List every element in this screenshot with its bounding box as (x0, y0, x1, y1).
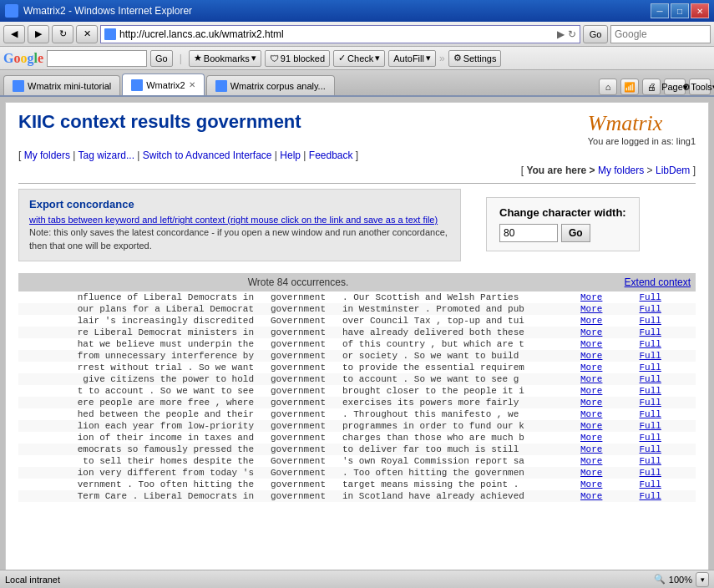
full-link[interactable]: Full (636, 338, 696, 350)
more-link[interactable]: More (578, 420, 636, 432)
table-row: t to account . So we want to seegovernme… (18, 385, 696, 397)
google-go-button[interactable]: Go (150, 50, 173, 67)
more-link[interactable]: More (578, 467, 636, 479)
google-search-bar (47, 50, 147, 67)
autofill-button[interactable]: AutoFill ▾ (388, 50, 436, 67)
export-desc2: Note: this only saves the latest concord… (29, 226, 450, 252)
more-link[interactable]: More (578, 291, 636, 303)
left-context: vernment . Too often hitting the (18, 479, 256, 490)
minimize-button[interactable]: ─ (651, 3, 669, 18)
full-link[interactable]: Full (636, 467, 696, 479)
table-row: vernment . Too often hitting thegovernme… (18, 479, 696, 490)
right-context: 's own Royal Commission report sa (340, 455, 578, 467)
export-link[interactable]: with tabs between keyword and left/right… (29, 215, 438, 225)
print-button[interactable]: 🖨 (642, 79, 661, 95)
bookmarks-button[interactable]: ★ Bookmarks ▾ (189, 50, 261, 67)
table-row: rrest without trial . So we wantgovernme… (18, 362, 696, 373)
table-row: re Liberal Democrat ministers ingovernme… (18, 327, 696, 338)
settings-button[interactable]: ⚙ Settings (448, 50, 502, 67)
tab-mini-tutorial[interactable]: Wmatrix mini-tutorial (3, 75, 120, 95)
zoom-level: 100% (669, 575, 692, 585)
more-link[interactable]: More (578, 432, 636, 444)
tools-button[interactable]: ⚙ Tools ▾ (689, 79, 711, 95)
go-run-button[interactable]: Go (561, 224, 590, 242)
more-link[interactable]: More (578, 315, 636, 327)
keyword-cell: government (256, 362, 340, 373)
more-link[interactable]: More (578, 397, 636, 408)
blocked-button[interactable]: 🛡 91 blocked (265, 50, 330, 67)
forward-button[interactable]: ▶ (28, 25, 49, 43)
right-context: to account . So we want to see g (340, 373, 578, 385)
full-link[interactable]: Full (636, 315, 696, 327)
tab-wmatrix2[interactable]: Wmatrix2 ✕ (122, 74, 204, 95)
more-link[interactable]: More (578, 350, 636, 362)
char-width-section: Change character width: Go (486, 197, 640, 251)
more-link[interactable]: More (578, 479, 636, 490)
divider (18, 183, 696, 184)
full-link[interactable]: Full (636, 291, 696, 303)
keyword-cell: government (256, 338, 340, 350)
keyword-cell: Government (256, 455, 340, 467)
full-link[interactable]: Full (636, 490, 696, 502)
url-input[interactable] (119, 28, 554, 40)
more-link[interactable]: More (578, 490, 636, 502)
more-link[interactable]: More (578, 444, 636, 455)
full-link[interactable]: Full (636, 385, 696, 397)
advanced-interface-link[interactable]: Switch to Advanced Interface (143, 150, 272, 161)
zoom-dropdown-button[interactable]: ▾ (696, 572, 709, 587)
feedback-link[interactable]: Feedback (309, 150, 353, 161)
full-link[interactable]: Full (636, 408, 696, 420)
keyword-cell: government (256, 303, 340, 315)
more-link[interactable]: More (578, 385, 636, 397)
full-link[interactable]: Full (636, 479, 696, 490)
breadcrumb-my-folders[interactable]: My folders (598, 165, 644, 176)
more-link[interactable]: More (578, 362, 636, 373)
extend-context-link[interactable]: Extend context (578, 273, 696, 291)
tab-close-2[interactable]: ✕ (189, 80, 195, 89)
char-width-input[interactable] (499, 224, 558, 242)
full-link[interactable]: Full (636, 327, 696, 338)
search-input[interactable] (615, 28, 714, 40)
refresh-small-icon: ↻ (568, 28, 576, 40)
back-button[interactable]: ◀ (3, 25, 25, 43)
tab-corpus[interactable]: Wmatrix corpus analy... (206, 75, 335, 95)
export-section: Export concordance with tabs between key… (18, 189, 461, 261)
close-button[interactable]: ✕ (691, 3, 709, 18)
more-link[interactable]: More (578, 338, 636, 350)
more-link[interactable]: More (578, 455, 636, 467)
breadcrumb-libdem[interactable]: LibDem (656, 165, 690, 176)
full-link[interactable]: Full (636, 397, 696, 408)
google-search-input[interactable] (50, 53, 144, 63)
results-count: Wrote 84 occurrences. (18, 273, 578, 291)
full-link[interactable]: Full (636, 444, 696, 455)
more-link[interactable]: More (578, 327, 636, 338)
stop-button[interactable]: ✕ (76, 25, 98, 43)
maximize-button[interactable]: □ (671, 3, 689, 18)
help-link[interactable]: Help (280, 150, 301, 161)
full-link[interactable]: Full (636, 455, 696, 467)
full-link[interactable]: Full (636, 362, 696, 373)
home-button[interactable]: ⌂ (599, 79, 617, 95)
my-folders-link[interactable]: My folders (24, 150, 70, 161)
google-logo: Google (3, 51, 43, 66)
feeds-button[interactable]: 📶 (620, 79, 639, 95)
more-link[interactable]: More (578, 303, 636, 315)
keyword-cell: government (256, 291, 340, 303)
keyword-cell: government (256, 350, 340, 362)
full-link[interactable]: Full (636, 432, 696, 444)
tab-label-3: Wmatrix corpus analy... (230, 81, 326, 91)
more-link[interactable]: More (578, 373, 636, 385)
tag-wizard-link[interactable]: Tag wizard... (78, 150, 134, 161)
keyword-cell: government (256, 490, 340, 502)
full-link[interactable]: Full (636, 350, 696, 362)
right-context: over Council Tax , top-up and tui (340, 315, 578, 327)
refresh-button[interactable]: ↻ (52, 25, 73, 43)
go-button[interactable]: Go (583, 25, 608, 43)
more-link[interactable]: More (578, 408, 636, 420)
full-link[interactable]: Full (636, 303, 696, 315)
left-context: our plans for a Liberal Democrat (18, 303, 256, 315)
logged-in-text: You are logged in as: ling1 (588, 136, 696, 146)
check-button[interactable]: ✓ Check ▾ (333, 50, 385, 67)
full-link[interactable]: Full (636, 420, 696, 432)
full-link[interactable]: Full (636, 373, 696, 385)
